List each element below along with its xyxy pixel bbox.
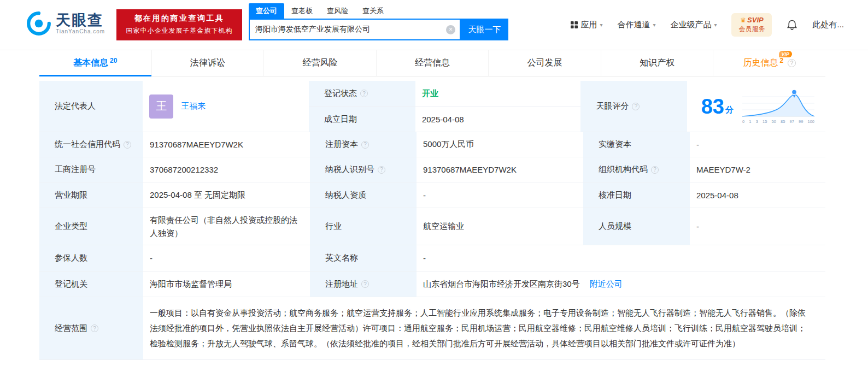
field-label: 企业类型 <box>39 208 143 245</box>
search-button[interactable]: 天眼一下 <box>461 19 508 40</box>
info-icon[interactable]: ? <box>361 280 369 288</box>
search-tab-relation[interactable]: 查关系 <box>355 3 391 19</box>
info-icon[interactable]: ? <box>632 103 640 110</box>
business-scope-value: 一般项目：以自有资金从事投资活动；航空商务服务；航空运营支持服务；人工智能行业应… <box>143 297 825 359</box>
field-value: 5000万人民币 <box>417 132 583 157</box>
search-tabs: 查公司 查老板 查风险 查关系 <box>249 3 508 19</box>
info-icon[interactable]: ? <box>651 166 659 174</box>
score-axis-tick: 99 <box>799 119 803 124</box>
field-label: 纳税人资质 <box>310 182 417 208</box>
score-unit: 分 <box>725 105 734 117</box>
notification-bell-icon[interactable] <box>787 19 797 31</box>
establish-date-value: 2025-04-08 <box>415 107 581 132</box>
field-value: - <box>690 132 825 157</box>
score-value: 83 分 0 1 <box>687 81 825 132</box>
nav-enterprise-label: 企业级产品 <box>670 20 711 30</box>
field-value: 370687200212332 <box>143 157 310 182</box>
info-icon[interactable]: ? <box>361 141 369 149</box>
svip-label: ♛SVIP <box>738 16 765 24</box>
chevron-down-icon: ▾ <box>653 22 655 28</box>
score-axis-tick: 100 <box>807 119 814 124</box>
score-axis-tick: 3 <box>756 119 758 124</box>
search-input[interactable] <box>250 25 446 34</box>
nav-apps[interactable]: 应用 ▾ <box>571 20 602 30</box>
field-label: 行业 <box>310 208 417 245</box>
nav-cooperation[interactable]: 合作通道 ▾ <box>617 20 655 30</box>
field-value: 91370687MAEEYD7W2K <box>417 157 583 182</box>
nearby-companies-link[interactable]: 附近公司 <box>590 279 623 290</box>
tab-intellectual-property[interactable]: 知识产权 <box>601 50 713 76</box>
tab-company-development[interactable]: 公司发展 <box>488 50 601 76</box>
tab-operating-risk[interactable]: 经营风险 <box>263 50 376 76</box>
chevron-down-icon: ▾ <box>600 22 602 28</box>
field-label: 统一社会信用代码? <box>39 132 143 157</box>
tianyancha-company-page: 天眼查 TianYanCha.com 都在用的商业查询工具 国家中小企业发展子基… <box>0 0 868 372</box>
field-label: 注册资本? <box>310 132 417 157</box>
field-value: - <box>417 245 825 271</box>
tab-label: 经营信息 <box>415 57 450 69</box>
company-info-table: 法定代表人 王 王福来 登记状态? 开业 成立日期 <box>39 81 825 360</box>
svip-sub-label: 会员服务 <box>738 25 765 34</box>
nav-enterprise[interactable]: 企业级产品 ▾ <box>670 20 717 30</box>
field-label-address: 注册地址? <box>310 271 417 297</box>
score-curve-chart: 0 1 3 15 50 85 97 99 100 <box>742 89 818 124</box>
field-label-registry: 登记机关 <box>39 271 143 297</box>
brand-domain: TianYanCha.com <box>56 28 105 34</box>
field-value: 航空运输业 <box>417 208 583 245</box>
search-area: 查公司 查老板 查风险 查关系 × 天眼一下 <box>249 3 508 40</box>
search-tab-boss[interactable]: 查老板 <box>284 3 320 19</box>
nav-apps-label: 应用 <box>580 20 597 30</box>
tab-label: 公司发展 <box>527 57 562 69</box>
info-icon[interactable]: ? <box>124 141 131 149</box>
field-value: 2025-04-08 至 无固定期限 <box>143 182 310 208</box>
field-label-establish-date: 成立日期 <box>309 107 415 132</box>
table-row: 企业类型 有限责任公司（非自然人投资或控股的法人独资） 行业 航空运输业 人员规… <box>39 208 825 245</box>
field-value: - <box>143 245 310 271</box>
tab-operating-info[interactable]: 经营信息 <box>376 50 489 76</box>
table-row: 参保人数 - 英文名称 - <box>39 245 825 271</box>
field-label: 英文名称 <box>310 245 417 271</box>
info-icon[interactable]: ? <box>378 166 385 174</box>
svip-member-button[interactable]: ♛SVIP 会员服务 <box>731 13 772 37</box>
field-label: 核准日期 <box>583 182 690 208</box>
chevron-down-icon: ▾ <box>714 22 717 28</box>
score-axis-tick: 97 <box>789 119 794 124</box>
info-icon[interactable]: ? <box>360 90 368 97</box>
reg-status-value: 开业 <box>415 81 581 106</box>
field-label: 人员规模 <box>583 208 690 245</box>
site-header: 天眼查 TianYanCha.com 都在用的商业查询工具 国家中小企业发展子基… <box>0 0 868 50</box>
info-icon[interactable]: ? <box>788 59 796 67</box>
field-value: 2025-04-08 <box>690 182 825 208</box>
field-label: 组织机构代码? <box>583 157 690 182</box>
vip-badge: VIP <box>779 51 793 57</box>
tab-label: 基本信息 <box>73 57 108 69</box>
field-label: 工商注册号 <box>39 157 143 182</box>
field-value: 91370687MAEEYD7W2K <box>143 132 310 157</box>
score-axis-tick: 50 <box>771 119 776 124</box>
nav-more[interactable]: 此处有... <box>812 20 844 30</box>
tab-label: 历史信息 <box>743 57 778 69</box>
field-label-score: 天眼评分? <box>580 81 687 132</box>
field-label: 参保人数 <box>39 245 143 271</box>
apps-grid-icon <box>571 21 578 28</box>
promo-banner[interactable]: 都在用的商业查询工具 国家中小企业发展子基金旗下机构 <box>116 9 242 40</box>
field-value: MAEEYD7W-2 <box>690 157 825 182</box>
tab-label: 法律诉讼 <box>190 57 225 69</box>
search-tab-risk[interactable]: 查风险 <box>320 3 355 19</box>
section-tabbar: 基本信息20 法律诉讼 经营风险 经营信息 公司发展 知识产权 历史信息2 VI… <box>39 50 825 76</box>
tab-legal-proceedings[interactable]: 法律诉讼 <box>151 50 264 76</box>
logo[interactable]: 天眼查 TianYanCha.com <box>26 11 105 36</box>
brand-name: 天眼查 <box>56 13 105 29</box>
tab-basic-info[interactable]: 基本信息20 <box>39 50 151 76</box>
legal-rep-link[interactable]: 王福来 <box>181 101 206 111</box>
avatar[interactable]: 王 <box>149 95 173 119</box>
search-tab-company[interactable]: 查公司 <box>249 3 284 19</box>
score-axis-tick: 0 <box>742 119 744 124</box>
address-value: 山东省烟台市海阳市经济开发区南京街30号 附近公司 <box>417 271 825 297</box>
tab-history-info[interactable]: 历史信息2 VIP ? <box>713 50 825 76</box>
logo-icon <box>26 11 51 36</box>
tab-count: 2 <box>779 57 783 64</box>
clear-search-icon[interactable]: × <box>446 25 455 34</box>
info-icon[interactable]: ? <box>91 324 98 332</box>
field-label: 实缴资本 <box>583 132 690 157</box>
